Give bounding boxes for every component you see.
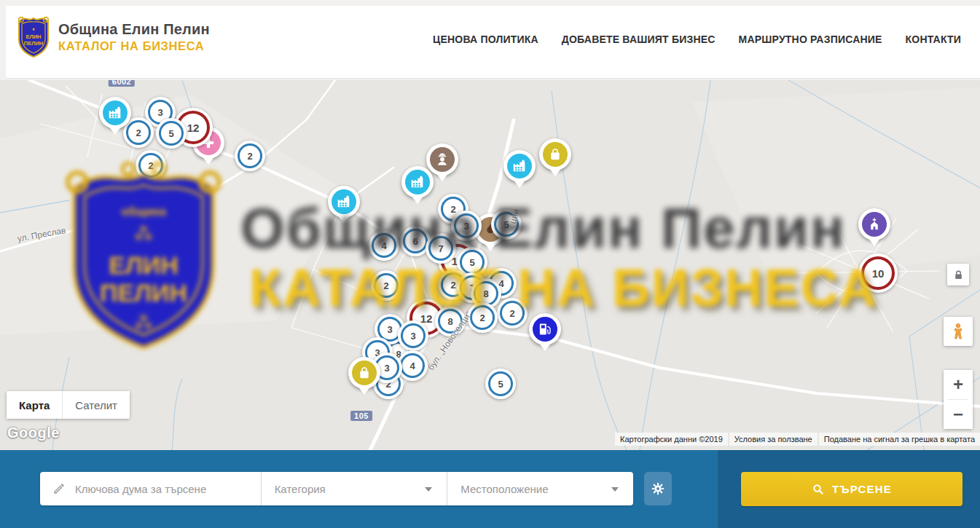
pin-tail (868, 237, 881, 246)
church-icon (862, 212, 887, 237)
cluster-marker[interactable]: 2 (136, 150, 166, 181)
location-select-value: Местоположение (447, 483, 548, 495)
cluster-count: 2 (509, 308, 514, 319)
nav-route-schedule[interactable]: МАРШРУТНО РАЗПИСАНИЕ (739, 34, 882, 45)
cluster-ring: 2 (138, 153, 163, 178)
main-nav: ЦЕНОВА ПОЛИТИКА ДОБАВЕТЕ ВАШИЯТ БИЗНЕС М… (433, 6, 961, 73)
keyword-input[interactable] (40, 472, 261, 505)
cluster-ring: 4 (372, 233, 396, 258)
pencil-icon (52, 482, 66, 495)
cluster-ring: 2 (374, 273, 399, 298)
cluster-count: 2 (479, 312, 485, 323)
nav-add-your-business[interactable]: ДОБАВЕТЕ ВАШИЯТ БИЗНЕС (562, 34, 716, 45)
cluster-count: 3 (387, 324, 392, 335)
factory-icon (103, 101, 128, 125)
pegman-button[interactable] (944, 317, 973, 346)
brand-subtitle: КАТАЛОГ НА БИЗНЕСА (58, 39, 210, 53)
cluster-marker[interactable]: 3 (451, 210, 482, 241)
cluster-ring: 2 (238, 143, 262, 168)
nav-contacts[interactable]: КОНТАКТИ (906, 34, 961, 45)
pin-tail (549, 168, 562, 176)
cluster-count: 3 (463, 221, 469, 232)
cluster-marker[interactable]: 5 (156, 118, 187, 149)
cluster-marker[interactable]: 2 (371, 270, 401, 301)
shopping-bag-icon (543, 142, 568, 167)
cluster-marker[interactable]: 3 (398, 320, 428, 351)
report-map-error-link[interactable]: Подаване на сигнал за грешка в картата (819, 433, 980, 446)
cluster-ring: 4 (400, 353, 425, 378)
marker-pin-factory[interactable] (328, 186, 360, 226)
cluster-count: 2 (247, 151, 252, 162)
search-bar-left: Категория Местоположение (0, 450, 718, 528)
chevron-down-icon (425, 487, 432, 492)
cluster-ring: 5 (460, 250, 485, 275)
satellite-view-button[interactable]: Сателит (62, 391, 130, 419)
cluster-count: 7 (438, 243, 443, 254)
location-select[interactable]: Местоположение (447, 472, 633, 505)
category-select[interactable]: Категория (261, 472, 447, 505)
marker-pin-fuel[interactable] (529, 313, 561, 354)
factory-icon (332, 189, 356, 214)
road-label: 6002 (109, 80, 135, 87)
terms-of-use-link[interactable]: Условия за ползване (729, 433, 818, 446)
advanced-settings-button[interactable] (644, 472, 672, 505)
cluster-count: 2 (136, 127, 141, 138)
cluster-count: 4 (409, 360, 415, 371)
pin-tail (411, 195, 424, 204)
cluster-marker[interactable]: 7 (426, 233, 456, 264)
pin-tail (436, 173, 449, 181)
lock-button[interactable] (947, 264, 969, 285)
google-logo[interactable]: Google (7, 425, 60, 441)
cluster-marker[interactable]: 2 (497, 298, 528, 328)
cluster-marker[interactable]: 10 (858, 253, 898, 293)
cluster-count: 6 (412, 236, 418, 247)
fuel-icon (533, 317, 557, 342)
shopping-bag-icon (352, 360, 377, 385)
cluster-count: 3 (410, 331, 415, 342)
zoom-control: + − (944, 370, 973, 429)
cluster-ring: 3 (454, 213, 479, 238)
cluster-ring: 10 (861, 256, 895, 290)
pin-tail (109, 126, 122, 135)
page: ⚜ ЕЛИН ПЕЛИН Община Елин Пелин КАТАЛОГ Н… (0, 0, 980, 528)
cluster-ring: 6 (403, 229, 428, 253)
cluster-count: 4 (381, 240, 386, 251)
pin-tail (538, 342, 552, 351)
marker-pin-factory[interactable] (503, 150, 536, 191)
marker-pin-factory[interactable] (401, 166, 434, 207)
cluster-count: 3 (384, 363, 389, 374)
map-canvas[interactable]: 2138212325223564752427822128333435106002… (0, 80, 980, 450)
pin-tail (337, 215, 350, 224)
cluster-marker[interactable]: 4 (369, 230, 399, 261)
chevron-down-icon (611, 487, 619, 492)
cluster-marker[interactable]: 2 (235, 141, 265, 171)
factory-icon (405, 170, 430, 194)
marker-pin-shopping-bag[interactable] (539, 138, 571, 179)
padlock-icon (952, 269, 965, 281)
search-button[interactable]: ТЪРСЕНЕ (741, 472, 963, 506)
cluster-count: 10 (872, 267, 885, 280)
cluster-count: 2 (450, 280, 455, 291)
map-type-control: Карта Сателит (7, 391, 130, 419)
zoom-out-button[interactable]: − (944, 400, 973, 429)
gear-icon (651, 481, 665, 496)
municipality-logo-icon: ⚜ ЕЛИН ПЕЛИН (16, 15, 51, 60)
marker-pin-church[interactable] (858, 208, 890, 249)
marker-pin-shopping-bag[interactable] (348, 357, 380, 398)
search-bar-right: ТЪРСЕНЕ (718, 450, 980, 528)
pegman-icon (949, 322, 968, 341)
brand[interactable]: ⚜ ЕЛИН ПЕЛИН Община Елин Пелин КАТАЛОГ Н… (16, 15, 210, 60)
nav-pricing-policy[interactable]: ЦЕНОВА ПОЛИТИКА (433, 34, 538, 45)
zoom-in-button[interactable]: + (944, 370, 973, 399)
pin-tail (484, 243, 497, 251)
cluster-ring: 2 (470, 305, 495, 330)
cluster-count: 2 (148, 160, 153, 171)
factory-icon (507, 154, 532, 178)
map-view-button[interactable]: Карта (7, 391, 62, 419)
cluster-ring: 5 (159, 121, 184, 146)
worker-icon (430, 147, 455, 172)
keyword-field (40, 472, 261, 505)
category-select-value: Категория (262, 483, 326, 495)
marker-pin-factory[interactable] (99, 97, 131, 138)
cluster-marker[interactable]: 5 (485, 369, 516, 399)
